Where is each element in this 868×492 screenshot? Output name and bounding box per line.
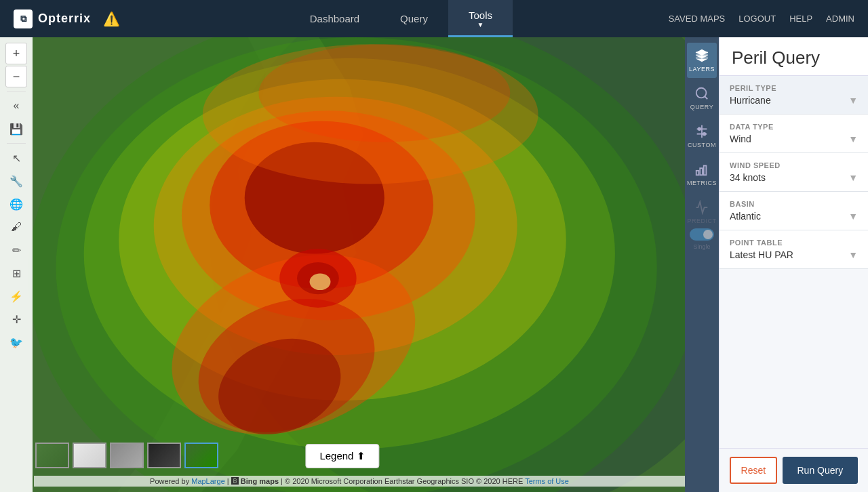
brand-icon: ⧉ <box>14 9 33 28</box>
legend-label: Legend ⬆ <box>319 450 365 462</box>
legend-button[interactable]: Legend ⬆ <box>305 444 379 468</box>
data-type-label: DATA TYPE <box>730 123 858 131</box>
thumbnail-satellite[interactable] <box>35 443 69 468</box>
brand: ⧉ Opterrix ⚠️ <box>0 9 134 28</box>
edit-tool[interactable]: ✏ <box>5 239 27 261</box>
cursor-tool[interactable]: ↖ <box>5 147 27 169</box>
data-type-value: Wind <box>730 134 751 144</box>
maplarge-link[interactable]: MapLarge <box>191 477 225 485</box>
svg-rect-29 <box>704 166 707 176</box>
predict-label: PREDICT <box>688 218 717 224</box>
wind-speed-field[interactable]: WIND SPEED 34 knots ▼ <box>719 153 868 192</box>
attribution-text: Powered by MapLarge | 🅱 Bing maps | © 20… <box>150 477 569 485</box>
point-table-field[interactable]: POINT TABLE Latest HU PAR ▼ <box>719 230 868 269</box>
share-icon: 🐦 <box>9 336 23 349</box>
svg-rect-20 <box>696 57 708 58</box>
query-icon <box>694 86 709 101</box>
query-label: QUERY <box>690 104 713 110</box>
toggle-knob <box>703 230 713 239</box>
wind-speed-row: 34 knots ▼ <box>730 172 858 183</box>
divider-1 <box>7 91 26 91</box>
expand-icon: « <box>14 100 20 112</box>
query-panel-title: Peril Query <box>732 47 820 68</box>
divider-2 <box>7 143 26 144</box>
left-sidebar: + − « 💾 ↖ 🔧 🌐 🖌 ✏ <box>0 37 33 492</box>
nav-logout[interactable]: LOGOUT <box>738 14 776 24</box>
svg-point-26 <box>703 133 706 136</box>
thumbnail-light[interactable] <box>73 443 106 468</box>
svg-rect-19 <box>696 54 708 56</box>
grid-icon: ⊞ <box>12 267 21 280</box>
expand-button[interactable]: « <box>5 95 27 117</box>
right-panel-sidebar: LayeRS QUERY CUSTOM <box>685 37 719 492</box>
peril-type-row: Hurricane ▼ <box>730 95 858 106</box>
wind-speed-value: 34 knots <box>730 172 766 183</box>
hurricane-overlay <box>0 37 685 492</box>
basin-field[interactable]: BASIN Atlantic ▼ <box>719 192 868 230</box>
nav-help[interactable]: HELP <box>789 14 812 24</box>
basin-arrow-icon: ▼ <box>848 211 858 222</box>
run-query-button[interactable]: Run Query <box>783 457 858 484</box>
wrench-tool[interactable]: 🔧 <box>5 170 27 192</box>
svg-rect-18 <box>696 52 708 54</box>
main-area: + − « 💾 ↖ 🔧 🌐 🖌 ✏ <box>0 37 868 492</box>
svg-point-17 <box>310 273 331 290</box>
nav-dashboard[interactable]: Dashboard <box>290 0 380 37</box>
thumbnail-current[interactable] <box>184 443 218 468</box>
layers-label: LayeRS <box>689 66 715 73</box>
cursor-icon: ↖ <box>12 152 21 165</box>
peril-type-value: Hurricane <box>730 95 771 106</box>
point-table-row: Latest HU PAR ▼ <box>730 249 858 260</box>
predict-panel-btn[interactable]: PREDICT Single <box>687 194 717 255</box>
predict-icon <box>694 200 709 215</box>
svg-rect-27 <box>696 171 699 175</box>
query-panel-header: Peril Query <box>719 37 868 76</box>
thumbnail-hybrid[interactable] <box>110 443 144 468</box>
predict-toggle[interactable] <box>690 228 714 241</box>
location-icon: ✛ <box>12 313 21 326</box>
metrics-icon <box>694 162 709 177</box>
nav-admin[interactable]: ADMIN <box>826 14 854 24</box>
edit-icon: ✏ <box>12 244 21 257</box>
reset-button[interactable]: Reset <box>730 457 777 484</box>
lightning-icon: ⚡ <box>9 290 23 303</box>
share-tool[interactable]: 🐦 <box>5 331 27 353</box>
layers-icon <box>694 48 709 63</box>
query-fields: PERIL TYPE Hurricane ▼ DATA TYPE Wind ▼ … <box>719 76 868 448</box>
data-type-arrow-icon: ▼ <box>848 134 858 144</box>
globe-tool[interactable]: 🌐 <box>5 193 27 215</box>
map-container[interactable]: + − « 💾 ↖ 🔧 🌐 🖌 ✏ <box>0 37 685 492</box>
lightning-tool[interactable]: ⚡ <box>5 285 27 307</box>
grid-tool[interactable]: ⊞ <box>5 262 27 284</box>
nav-center: Dashboard Query Tools ▼ <box>134 0 669 37</box>
custom-icon <box>694 124 709 139</box>
svg-rect-28 <box>700 168 703 175</box>
terms-link[interactable]: Terms of Use <box>525 477 569 485</box>
metrics-panel-btn[interactable]: METRICS <box>687 157 717 192</box>
wind-speed-arrow-icon: ▼ <box>848 172 858 183</box>
zoom-out-button[interactable]: − <box>5 66 27 87</box>
map-thumbnails <box>35 443 218 468</box>
query-panel-btn[interactable]: QUERY <box>687 81 717 116</box>
point-table-value: Latest HU PAR <box>730 249 793 260</box>
metrics-label: METRICS <box>687 180 717 186</box>
svg-point-21 <box>696 88 707 98</box>
zoom-in-button[interactable]: + <box>5 43 27 64</box>
nav-tools[interactable]: Tools ▼ <box>448 0 513 37</box>
brush-tool[interactable]: 🖌 <box>5 216 27 238</box>
nav-saved-maps[interactable]: SAVED MAPS <box>669 14 726 24</box>
svg-point-25 <box>698 128 701 131</box>
thumbnail-dark[interactable] <box>147 443 181 468</box>
tools-arrow-icon: ▼ <box>477 21 484 28</box>
peril-type-label: PERIL TYPE <box>730 84 858 92</box>
nav-right: SAVED MAPS LOGOUT HELP ADMIN <box>669 14 868 24</box>
save-button[interactable]: 💾 <box>5 118 27 140</box>
point-table-label: POINT TABLE <box>730 239 858 247</box>
nav-query[interactable]: Query <box>380 0 448 37</box>
data-type-field[interactable]: DATA TYPE Wind ▼ <box>719 115 868 153</box>
layers-panel-btn[interactable]: LayeRS <box>687 43 717 78</box>
custom-panel-btn[interactable]: CUSTOM <box>687 119 717 154</box>
location-tool[interactable]: ✛ <box>5 308 27 330</box>
peril-type-field[interactable]: PERIL TYPE Hurricane ▼ <box>719 76 868 115</box>
wind-speed-label: WIND SPEED <box>730 161 858 169</box>
